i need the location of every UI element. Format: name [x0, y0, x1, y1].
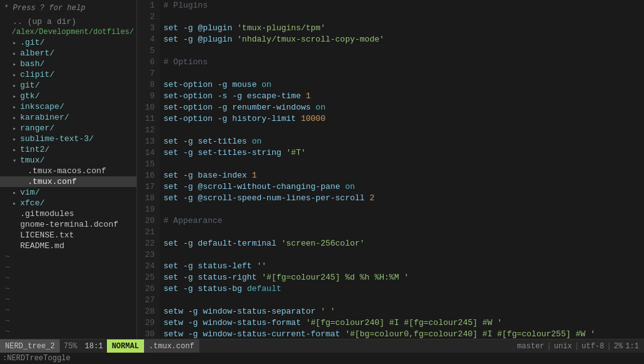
line-number: 12: [137, 125, 160, 136]
sidebar-arrow: [13, 189, 20, 196]
sidebar-item-label: gtk/: [20, 91, 40, 101]
code-line: 14set -g set-titles-string '#T': [137, 147, 644, 159]
sidebar-item[interactable]: bash/: [0, 59, 136, 69]
line-number: 7: [137, 68, 160, 79]
sidebar-item[interactable]: vim/: [0, 187, 136, 198]
line-content: [160, 204, 644, 215]
sidebar-arrow: [13, 93, 20, 100]
line-number: 11: [137, 113, 160, 125]
sidebar-item-label: karabiner/: [20, 113, 69, 122]
cmdline-area: :NERDTreeToggle: [0, 353, 644, 364]
sidebar-item[interactable]: ranger/: [0, 123, 136, 134]
sidebar-item[interactable]: .gitmodules: [0, 208, 136, 219]
sidebar-item-label: .gitmodules: [20, 209, 74, 219]
code-line: 13set -g set-titles on: [137, 136, 644, 147]
sidebar-item-label: .. (up a dir): [13, 17, 76, 26]
sidebar-item[interactable]: gnome-terminal.dconf: [0, 219, 136, 230]
code-line: 12: [137, 125, 644, 136]
sidebar-tilde: ~: [0, 326, 136, 337]
code-line: 15: [137, 159, 644, 170]
line-content: set -g status-bg default: [160, 283, 644, 295]
sidebar-item-label: inkscape/: [20, 102, 64, 111]
sidebar-tilde: ~: [0, 262, 136, 273]
sidebar-item-label: albert/: [20, 48, 55, 58]
sidebar-item-label: tint2/: [20, 145, 50, 154]
code-line: 27: [137, 295, 644, 306]
sidebar-arrow: [13, 135, 20, 143]
code-line: 30setw -g window-status-current-format '…: [137, 329, 644, 339]
line-number: 6: [137, 57, 160, 68]
line-content: [160, 68, 644, 79]
sidebar-item[interactable]: .tmux-macos.conf: [0, 166, 136, 176]
line-content: [160, 11, 644, 23]
main-area: * Press ? for help .. (up a dir)/alex/De…: [0, 0, 644, 339]
sidebar-item[interactable]: git/: [0, 80, 136, 91]
line-content: [160, 227, 644, 238]
statusbar: NERD_tree_2 75% 18:1 NORMAL .tmux.conf m…: [0, 339, 644, 353]
sidebar-item[interactable]: albert/: [0, 48, 136, 59]
line-number: 8: [137, 79, 160, 91]
line-number: 26: [137, 283, 160, 295]
sidebar-arrow: [13, 114, 20, 122]
sidebar-arrow: [13, 60, 20, 68]
sidebar-tilde: ~: [0, 273, 136, 283]
sidebar-item-label: bash/: [20, 59, 45, 69]
code-line: 18set -g @scroll-speed-num-lines-per-scr…: [137, 193, 644, 204]
line-content: setw -g window-status-format '#[fg=colou…: [160, 317, 644, 329]
sidebar-arrow: [13, 125, 20, 132]
code-line: 6# Options: [137, 57, 644, 68]
line-number: 2: [137, 11, 160, 23]
line-content: # Appearance: [160, 215, 644, 227]
sidebar: * Press ? for help .. (up a dir)/alex/De…: [0, 0, 137, 339]
sidebar-tilde: ~: [0, 251, 136, 262]
line-content: set -g set-titles-string '#T': [160, 147, 644, 159]
line-content: [160, 45, 644, 57]
sidebar-arrow: [13, 50, 20, 57]
status-sep2: |: [575, 342, 579, 351]
code-line: 25set -g status-right '#[fg=colour245] %…: [137, 272, 644, 283]
code-line: 28setw -g window-status-separator ' ': [137, 306, 644, 317]
code-line: 11set-option -g history-limit 10000: [137, 113, 644, 125]
sidebar-item[interactable]: sublime-text-3/: [0, 134, 136, 144]
sidebar-item-label: gnome-terminal.dconf: [20, 220, 118, 229]
sidebar-item-label: ranger/: [20, 123, 55, 133]
line-number: 24: [137, 261, 160, 272]
sidebar-item[interactable]: clipit/: [0, 69, 136, 80]
sidebar-item[interactable]: .git/: [0, 37, 136, 48]
line-number: 25: [137, 272, 160, 283]
sidebar-tilde: ~: [0, 305, 136, 316]
line-number: 5: [137, 45, 160, 57]
line-number: 28: [137, 306, 160, 317]
line-number: 22: [137, 238, 160, 249]
line-number: 21: [137, 227, 160, 238]
code-line: 3set -g @plugin 'tmux-plugins/tpm': [137, 23, 644, 34]
line-content: set-option -g mouse on: [160, 79, 644, 91]
line-content: [160, 159, 644, 170]
sidebar-item[interactable]: tint2/: [0, 144, 136, 155]
line-content: set -g @plugin 'tmux-plugins/tpm': [160, 23, 644, 34]
line-number: 27: [137, 295, 160, 306]
line-number: 3: [137, 23, 160, 34]
sidebar-item[interactable]: gtk/: [0, 91, 136, 101]
sidebar-item[interactable]: .tmux.conf: [0, 176, 136, 187]
line-content: set -g status-right '#[fg=colour245] %d …: [160, 272, 644, 283]
sidebar-item[interactable]: karabiner/: [0, 112, 136, 123]
sidebar-item[interactable]: tmux/: [0, 155, 136, 166]
sidebar-item[interactable]: inkscape/: [0, 101, 136, 112]
code-line: 24set -g status-left '': [137, 261, 644, 272]
code-line: 2: [137, 11, 644, 23]
line-content: [160, 249, 644, 261]
sidebar-item[interactable]: /alex/Development/dotfiles/: [0, 27, 136, 37]
editor-lines-container: 1# Plugins23set -g @plugin 'tmux-plugins…: [137, 0, 644, 339]
status-encoding: utf-8: [582, 342, 604, 351]
code-line: 5: [137, 45, 644, 57]
sidebar-item[interactable]: LICENSE.txt: [0, 230, 136, 241]
sidebar-item-label: clipit/: [20, 70, 55, 79]
sidebar-item[interactable]: README.md: [0, 241, 136, 251]
sidebar-item[interactable]: .. (up a dir): [0, 16, 136, 27]
sidebar-item[interactable]: xfce/: [0, 198, 136, 208]
status-sep1: |: [547, 342, 552, 351]
sidebar-item-label: sublime-text-3/: [20, 134, 94, 144]
line-number: 18: [137, 193, 160, 204]
sidebar-item-label: README.md: [20, 241, 64, 251]
